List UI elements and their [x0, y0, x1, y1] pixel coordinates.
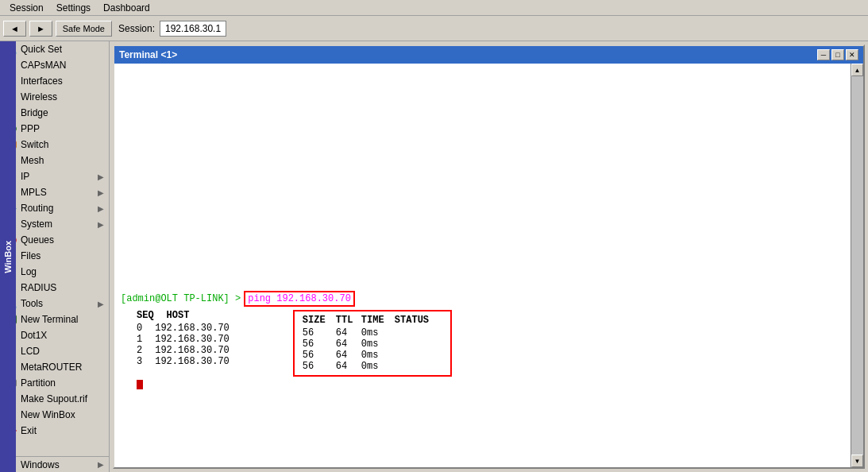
ping-output-area: SEQ HOST 0 192.168.30.70 1 192.168.30.70 [121, 310, 844, 377]
ping-host-3: 192.168.30.70 [155, 356, 230, 367]
ping-time-2: 0ms [361, 350, 393, 361]
sidebar-item-routing[interactable]: Routing ▶ [0, 200, 109, 216]
sidebar-label-lcd: LCD [21, 346, 40, 357]
menu-dashboard[interactable]: Dashboard [97, 1, 156, 15]
ping-time-header: TIME [361, 315, 393, 326]
back-button[interactable]: ◄ [3, 21, 26, 37]
terminal-maximize-button[interactable]: □ [831, 49, 844, 60]
cmd-command: ping 192.168.30.70 [244, 291, 355, 307]
mpls-arrow: ▶ [98, 188, 104, 197]
sidebar-item-new-terminal[interactable]: New Terminal [0, 311, 109, 327]
ping-host-header: HOST [167, 310, 190, 321]
safe-mode-button[interactable]: Safe Mode [56, 21, 112, 37]
cmd-prompt: [admin@OLT TP-LINK] > [121, 293, 241, 304]
forward-button[interactable]: ► [29, 21, 52, 37]
sidebar-item-capsman[interactable]: CAPsMAN [0, 57, 109, 73]
sidebar-label-mpls: MPLS [21, 187, 47, 198]
sidebar-item-mesh[interactable]: Mesh [0, 153, 109, 168]
sidebar-label-new-terminal: New Terminal [21, 314, 78, 325]
system-arrow: ▶ [98, 220, 104, 229]
main-layout: 🔧 Quick Set CAPsMAN Interfaces Wireless [0, 41, 868, 472]
terminal-body[interactable]: [admin@OLT TP-LINK] > ping 192.168.30.70… [114, 64, 851, 467]
sidebar-item-files[interactable]: Files [0, 248, 109, 264]
ping-seq-header: SEQ [137, 310, 154, 321]
ping-ttl-header: TTL [336, 315, 360, 326]
sidebar-label-ppp: PPP [21, 123, 40, 134]
ping-host-0: 192.168.30.70 [155, 323, 230, 334]
content-area: Terminal <1> ─ □ ✕ [admin@OLT TP-LINK] > [110, 41, 868, 472]
terminal-window: Terminal <1> ─ □ ✕ [admin@OLT TP-LINK] > [113, 44, 865, 469]
sidebar-label-quick-set: Quick Set [21, 44, 62, 55]
ping-ttl-0: 64 [336, 327, 360, 339]
terminal-content-wrapper: [admin@OLT TP-LINK] > ping 192.168.30.70… [114, 64, 863, 467]
cursor-line [137, 380, 844, 393]
menu-session[interactable]: Session [3, 1, 50, 15]
sidebar-item-partition[interactable]: Partition [0, 375, 109, 391]
sidebar-item-queues[interactable]: Queues [0, 232, 109, 248]
sidebar-label-metarouter: MetaROUTER [21, 362, 82, 373]
ping-row-0: 0 192.168.30.70 [137, 323, 230, 334]
ping-status-0 [395, 327, 442, 339]
sidebar-item-quick-set[interactable]: 🔧 Quick Set [0, 41, 109, 57]
sidebar-item-dot1x[interactable]: Dot1X [0, 327, 109, 343]
ping-ttl-3: 64 [336, 361, 360, 372]
tools-arrow: ▶ [98, 300, 104, 308]
sidebar-item-exit[interactable]: Exit [0, 423, 109, 439]
sidebar-label-system: System [21, 219, 52, 230]
ping-seq-table: SEQ HOST 0 192.168.30.70 1 192.168.30.70 [137, 310, 230, 377]
ping-status-1 [395, 339, 442, 350]
sidebar-item-mpls[interactable]: MPLS ▶ [0, 184, 109, 200]
sidebar-item-make-supout[interactable]: Make Supout.rif [0, 391, 109, 407]
scroll-down-button[interactable]: ▼ [851, 455, 863, 467]
ping-status-header: STATUS [395, 315, 442, 326]
sidebar-label-tools: Tools [21, 298, 43, 309]
terminal-title: Terminal <1> [119, 49, 177, 60]
sidebar-item-metarouter[interactable]: MetaROUTER [0, 359, 109, 375]
sidebar-label-routing: Routing [21, 203, 53, 214]
ping-size-2: 56 [303, 350, 334, 361]
scrollbar-track[interactable] [851, 76, 863, 455]
ping-size-header: SIZE [303, 315, 334, 326]
sidebar-item-bridge[interactable]: Bridge [0, 105, 109, 121]
ping-size-1: 56 [303, 339, 334, 350]
sidebar-item-interfaces[interactable]: Interfaces [0, 73, 109, 89]
ping-stats-row-0: 56 64 0ms [303, 327, 442, 339]
sidebar-item-ip[interactable]: ip IP ▶ [0, 168, 109, 184]
session-value: 192.168.30.1 [160, 21, 226, 37]
ping-time-0: 0ms [361, 327, 393, 339]
terminal-minimize-button[interactable]: ─ [817, 49, 830, 60]
sidebar-item-lcd[interactable]: LCD [0, 343, 109, 359]
sidebar-label-mesh: Mesh [21, 155, 44, 166]
sidebar-label-wireless: Wireless [21, 91, 57, 103]
sidebar-label-log: Log [21, 266, 37, 277]
menu-settings[interactable]: Settings [50, 1, 97, 15]
ping-row-3: 3 192.168.30.70 [137, 356, 230, 367]
winbox-label: WinBox [3, 241, 13, 273]
ping-row-1: 1 192.168.30.70 [137, 334, 230, 345]
sidebar-item-wireless[interactable]: Wireless [0, 89, 109, 105]
sidebar-label-make-supout: Make Supout.rif [21, 393, 87, 404]
sidebar-item-radius[interactable]: RADIUS [0, 280, 109, 296]
sidebar-item-switch[interactable]: Switch [0, 137, 109, 153]
scroll-up-button[interactable]: ▲ [851, 64, 863, 76]
ping-time-3: 0ms [361, 361, 393, 372]
sidebar-label-windows: Windows [21, 459, 60, 470]
ip-arrow: ▶ [98, 172, 104, 181]
sidebar-item-new-winbox[interactable]: W New WinBox [0, 407, 109, 423]
sidebar-item-ppp[interactable]: PPP [0, 121, 109, 137]
sidebar-label-queues: Queues [21, 234, 54, 246]
ping-row-2: 2 192.168.30.70 [137, 345, 230, 356]
sidebar-item-tools[interactable]: 🔧 Tools ▶ [0, 296, 109, 311]
sidebar-item-system[interactable]: System ▶ [0, 216, 109, 232]
ping-host-2: 192.168.30.70 [155, 345, 230, 356]
ping-seq-1: 1 [137, 334, 142, 345]
ping-stats-row-3: 56 64 0ms [303, 361, 442, 372]
sidebar-item-log[interactable]: Log [0, 264, 109, 280]
ping-size-0: 56 [303, 327, 334, 339]
ping-status-3 [395, 361, 442, 372]
ping-stats-table: SIZE TTL TIME STATUS 56 64 0ms [293, 310, 452, 377]
sidebar-label-radius: RADIUS [21, 282, 56, 293]
sidebar-item-windows[interactable]: Windows ▶ [0, 456, 109, 472]
terminal-titlebar: Terminal <1> ─ □ ✕ [114, 46, 863, 64]
terminal-close-button[interactable]: ✕ [846, 49, 858, 60]
